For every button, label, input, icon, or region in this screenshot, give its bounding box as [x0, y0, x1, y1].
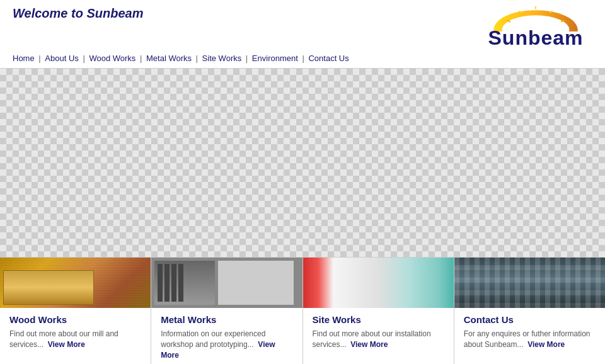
- metal-light-graphic: [218, 261, 294, 305]
- nav-home[interactable]: Home: [13, 54, 35, 63]
- logo-area: Sunbeam: [479, 6, 592, 50]
- card-contact-content: Contact Us For any enquires or futher in…: [454, 308, 605, 350]
- navigation: Home | About Us | Wood Works | Metal Wor…: [0, 50, 605, 69]
- card-wood-content: Wood Works Find out more about our mill …: [0, 308, 151, 350]
- hero-area: [0, 69, 605, 258]
- site-interior-graphic: [303, 258, 454, 308]
- card-metal-content: Metal Works Information on our experienc…: [151, 308, 302, 360]
- nav-wood-works[interactable]: Wood Works: [89, 54, 135, 63]
- nav-metal-works[interactable]: Metal Works: [146, 54, 192, 63]
- card-contact-image: [454, 258, 605, 308]
- card-metal-desc: Information on our experienced workshop …: [161, 329, 292, 360]
- nav-sep-1: |: [38, 54, 43, 63]
- card-site-title: Site Works: [313, 314, 444, 325]
- nav-contact[interactable]: Contact Us: [308, 54, 349, 63]
- nav-about[interactable]: About Us: [45, 54, 78, 63]
- logo: Sunbeam: [479, 6, 592, 50]
- nav-environment[interactable]: Environment: [252, 54, 298, 63]
- nav-sep-5: |: [246, 54, 250, 63]
- card-contact-view-more[interactable]: View More: [527, 340, 565, 349]
- card-wood-works: Wood Works Find out more about our mill …: [0, 258, 151, 364]
- card-contact-desc: For any enquires or futher information a…: [464, 329, 596, 350]
- card-site-works: Site Works Find out more about our insta…: [303, 258, 454, 364]
- nav-sep-3: |: [140, 54, 144, 63]
- metal-rack-graphic: [154, 261, 215, 305]
- site-title: Welcome to Sunbeam: [13, 6, 143, 21]
- card-metal-image: [151, 258, 302, 308]
- card-metal-works: Metal Works Information on our experienc…: [151, 258, 302, 364]
- cards-section: Wood Works Find out more about our mill …: [0, 258, 605, 364]
- metal-items-graphic: [154, 261, 215, 305]
- nav-sep-4: |: [196, 54, 200, 63]
- card-wood-title: Wood Works: [9, 314, 141, 325]
- nav-sep-2: |: [83, 54, 87, 63]
- card-wood-image: [0, 258, 151, 308]
- contact-building-graphic: [454, 258, 605, 308]
- card-wood-view-more[interactable]: View More: [48, 340, 85, 349]
- card-wood-desc: Find out more about our mill and service…: [9, 329, 141, 350]
- card-site-content: Site Works Find out more about our insta…: [303, 308, 454, 350]
- header-left: Welcome to Sunbeam: [13, 6, 143, 21]
- card-metal-title: Metal Works: [161, 314, 292, 325]
- wood-grain-graphic: [0, 258, 151, 308]
- card-contact-title: Contact Us: [464, 314, 596, 325]
- header: Welcome to Sunbeam: [0, 0, 605, 50]
- wood-block-graphic: [3, 270, 94, 305]
- card-site-image: [303, 258, 454, 308]
- nav-site-works[interactable]: Site Works: [202, 54, 242, 63]
- nav-sep-6: |: [302, 54, 306, 63]
- logo-text: Sunbeam: [488, 26, 583, 50]
- card-site-view-more[interactable]: View More: [350, 340, 388, 349]
- card-site-desc: Find out more about our installation ser…: [313, 329, 444, 350]
- card-contact-us: Contact Us For any enquires or futher in…: [454, 258, 605, 364]
- hero-background: [0, 69, 605, 257]
